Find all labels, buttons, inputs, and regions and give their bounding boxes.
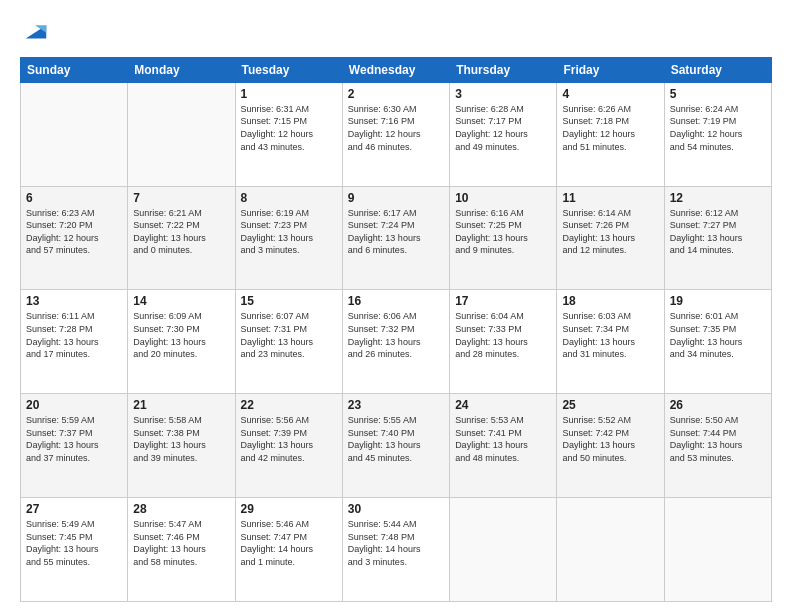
calendar-cell: 3Sunrise: 6:28 AM Sunset: 7:17 PM Daylig…: [450, 82, 557, 186]
calendar-cell: 27Sunrise: 5:49 AM Sunset: 7:45 PM Dayli…: [21, 498, 128, 602]
calendar-cell: 5Sunrise: 6:24 AM Sunset: 7:19 PM Daylig…: [664, 82, 771, 186]
calendar-cell: 23Sunrise: 5:55 AM Sunset: 7:40 PM Dayli…: [342, 394, 449, 498]
day-info: Sunrise: 6:12 AM Sunset: 7:27 PM Dayligh…: [670, 207, 766, 257]
header-friday: Friday: [557, 57, 664, 82]
day-info: Sunrise: 5:46 AM Sunset: 7:47 PM Dayligh…: [241, 518, 337, 568]
day-info: Sunrise: 5:58 AM Sunset: 7:38 PM Dayligh…: [133, 414, 229, 464]
day-info: Sunrise: 6:04 AM Sunset: 7:33 PM Dayligh…: [455, 310, 551, 360]
day-info: Sunrise: 5:49 AM Sunset: 7:45 PM Dayligh…: [26, 518, 122, 568]
day-number: 25: [562, 398, 658, 412]
day-number: 16: [348, 294, 444, 308]
logo-icon: [22, 16, 50, 44]
calendar-cell: 21Sunrise: 5:58 AM Sunset: 7:38 PM Dayli…: [128, 394, 235, 498]
day-number: 13: [26, 294, 122, 308]
calendar-cell: [21, 82, 128, 186]
calendar-cell: 22Sunrise: 5:56 AM Sunset: 7:39 PM Dayli…: [235, 394, 342, 498]
calendar-cell: 4Sunrise: 6:26 AM Sunset: 7:18 PM Daylig…: [557, 82, 664, 186]
day-number: 9: [348, 191, 444, 205]
calendar-cell: 9Sunrise: 6:17 AM Sunset: 7:24 PM Daylig…: [342, 186, 449, 290]
calendar-cell: 17Sunrise: 6:04 AM Sunset: 7:33 PM Dayli…: [450, 290, 557, 394]
day-number: 15: [241, 294, 337, 308]
day-info: Sunrise: 6:26 AM Sunset: 7:18 PM Dayligh…: [562, 103, 658, 153]
day-info: Sunrise: 6:01 AM Sunset: 7:35 PM Dayligh…: [670, 310, 766, 360]
calendar-cell: 12Sunrise: 6:12 AM Sunset: 7:27 PM Dayli…: [664, 186, 771, 290]
calendar-cell: 11Sunrise: 6:14 AM Sunset: 7:26 PM Dayli…: [557, 186, 664, 290]
day-number: 26: [670, 398, 766, 412]
day-number: 27: [26, 502, 122, 516]
day-info: Sunrise: 6:16 AM Sunset: 7:25 PM Dayligh…: [455, 207, 551, 257]
calendar-table: SundayMondayTuesdayWednesdayThursdayFrid…: [20, 57, 772, 602]
day-number: 6: [26, 191, 122, 205]
day-number: 19: [670, 294, 766, 308]
day-info: Sunrise: 5:53 AM Sunset: 7:41 PM Dayligh…: [455, 414, 551, 464]
calendar-cell: 20Sunrise: 5:59 AM Sunset: 7:37 PM Dayli…: [21, 394, 128, 498]
day-number: 14: [133, 294, 229, 308]
day-number: 2: [348, 87, 444, 101]
page: SundayMondayTuesdayWednesdayThursdayFrid…: [0, 0, 792, 612]
day-number: 29: [241, 502, 337, 516]
header-monday: Monday: [128, 57, 235, 82]
calendar-cell: 29Sunrise: 5:46 AM Sunset: 7:47 PM Dayli…: [235, 498, 342, 602]
day-number: 17: [455, 294, 551, 308]
calendar-cell: 24Sunrise: 5:53 AM Sunset: 7:41 PM Dayli…: [450, 394, 557, 498]
day-info: Sunrise: 6:23 AM Sunset: 7:20 PM Dayligh…: [26, 207, 122, 257]
header-thursday: Thursday: [450, 57, 557, 82]
day-info: Sunrise: 6:17 AM Sunset: 7:24 PM Dayligh…: [348, 207, 444, 257]
day-number: 1: [241, 87, 337, 101]
calendar-cell: 15Sunrise: 6:07 AM Sunset: 7:31 PM Dayli…: [235, 290, 342, 394]
day-info: Sunrise: 5:56 AM Sunset: 7:39 PM Dayligh…: [241, 414, 337, 464]
calendar-cell: 28Sunrise: 5:47 AM Sunset: 7:46 PM Dayli…: [128, 498, 235, 602]
header-saturday: Saturday: [664, 57, 771, 82]
calendar-week-row: 13Sunrise: 6:11 AM Sunset: 7:28 PM Dayli…: [21, 290, 772, 394]
day-number: 20: [26, 398, 122, 412]
calendar-cell: 19Sunrise: 6:01 AM Sunset: 7:35 PM Dayli…: [664, 290, 771, 394]
calendar-cell: [128, 82, 235, 186]
day-number: 22: [241, 398, 337, 412]
calendar-cell: 10Sunrise: 6:16 AM Sunset: 7:25 PM Dayli…: [450, 186, 557, 290]
calendar-header-row: SundayMondayTuesdayWednesdayThursdayFrid…: [21, 57, 772, 82]
day-info: Sunrise: 6:30 AM Sunset: 7:16 PM Dayligh…: [348, 103, 444, 153]
calendar-week-row: 27Sunrise: 5:49 AM Sunset: 7:45 PM Dayli…: [21, 498, 772, 602]
day-info: Sunrise: 6:31 AM Sunset: 7:15 PM Dayligh…: [241, 103, 337, 153]
logo-label: [20, 16, 50, 49]
day-info: Sunrise: 6:14 AM Sunset: 7:26 PM Dayligh…: [562, 207, 658, 257]
header-sunday: Sunday: [21, 57, 128, 82]
day-info: Sunrise: 6:21 AM Sunset: 7:22 PM Dayligh…: [133, 207, 229, 257]
calendar-cell: 25Sunrise: 5:52 AM Sunset: 7:42 PM Dayli…: [557, 394, 664, 498]
day-number: 3: [455, 87, 551, 101]
calendar-cell: [557, 498, 664, 602]
day-number: 24: [455, 398, 551, 412]
day-number: 11: [562, 191, 658, 205]
day-number: 10: [455, 191, 551, 205]
day-info: Sunrise: 6:09 AM Sunset: 7:30 PM Dayligh…: [133, 310, 229, 360]
day-number: 18: [562, 294, 658, 308]
day-info: Sunrise: 6:07 AM Sunset: 7:31 PM Dayligh…: [241, 310, 337, 360]
logo: [20, 16, 50, 49]
day-number: 21: [133, 398, 229, 412]
day-number: 5: [670, 87, 766, 101]
day-info: Sunrise: 6:28 AM Sunset: 7:17 PM Dayligh…: [455, 103, 551, 153]
header-tuesday: Tuesday: [235, 57, 342, 82]
day-info: Sunrise: 6:06 AM Sunset: 7:32 PM Dayligh…: [348, 310, 444, 360]
day-number: 12: [670, 191, 766, 205]
logo-text-block: [20, 16, 50, 49]
day-number: 4: [562, 87, 658, 101]
day-number: 30: [348, 502, 444, 516]
calendar-cell: 18Sunrise: 6:03 AM Sunset: 7:34 PM Dayli…: [557, 290, 664, 394]
day-info: Sunrise: 5:50 AM Sunset: 7:44 PM Dayligh…: [670, 414, 766, 464]
day-info: Sunrise: 6:03 AM Sunset: 7:34 PM Dayligh…: [562, 310, 658, 360]
calendar-cell: 16Sunrise: 6:06 AM Sunset: 7:32 PM Dayli…: [342, 290, 449, 394]
calendar-week-row: 6Sunrise: 6:23 AM Sunset: 7:20 PM Daylig…: [21, 186, 772, 290]
calendar-cell: 8Sunrise: 6:19 AM Sunset: 7:23 PM Daylig…: [235, 186, 342, 290]
day-info: Sunrise: 5:55 AM Sunset: 7:40 PM Dayligh…: [348, 414, 444, 464]
day-number: 7: [133, 191, 229, 205]
day-info: Sunrise: 5:44 AM Sunset: 7:48 PM Dayligh…: [348, 518, 444, 568]
calendar-cell: [664, 498, 771, 602]
day-number: 28: [133, 502, 229, 516]
calendar-cell: 14Sunrise: 6:09 AM Sunset: 7:30 PM Dayli…: [128, 290, 235, 394]
calendar-cell: [450, 498, 557, 602]
day-info: Sunrise: 5:52 AM Sunset: 7:42 PM Dayligh…: [562, 414, 658, 464]
calendar-cell: 6Sunrise: 6:23 AM Sunset: 7:20 PM Daylig…: [21, 186, 128, 290]
calendar-week-row: 20Sunrise: 5:59 AM Sunset: 7:37 PM Dayli…: [21, 394, 772, 498]
calendar-cell: 7Sunrise: 6:21 AM Sunset: 7:22 PM Daylig…: [128, 186, 235, 290]
